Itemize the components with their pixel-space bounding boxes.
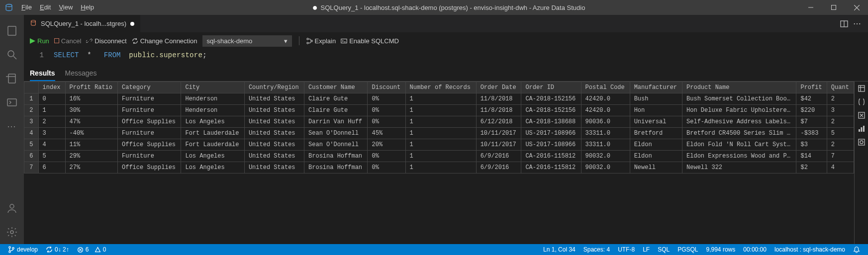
cell[interactable]: 11/8/2018 — [476, 93, 521, 105]
cell[interactable]: Bush Somerset Collection Bookcase — [682, 93, 796, 105]
cell[interactable]: Universal — [630, 116, 682, 128]
cell[interactable]: United States — [244, 162, 304, 173]
col-header[interactable]: Profit — [796, 82, 827, 93]
col-header[interactable]: City — [181, 82, 244, 93]
cell[interactable]: United States — [244, 151, 304, 162]
col-header[interactable]: Manufacturer — [630, 82, 682, 93]
cell[interactable]: Self-Adhesive Address Labels for T… — [682, 116, 796, 128]
cell[interactable]: 29% — [65, 151, 117, 162]
cell[interactable]: -40% — [65, 128, 117, 139]
menu-edit[interactable]: Edit — [36, 0, 55, 15]
sb-encoding[interactable]: UTF-8 — [614, 246, 639, 253]
results-grid-scroll[interactable]: indexProfit RatioCategoryCityCountry/Reg… — [24, 82, 854, 244]
cell[interactable]: Furniture — [118, 93, 181, 105]
chart-icon[interactable] — [858, 125, 866, 134]
sb-notifications[interactable] — [849, 246, 864, 253]
cell[interactable]: 1 — [405, 139, 476, 151]
cell[interactable]: Fort Lauderdale — [181, 139, 244, 151]
cell[interactable]: Hon — [630, 105, 682, 116]
disconnect-button[interactable]: Disconnect — [86, 37, 126, 45]
cell[interactable]: $42 — [796, 93, 827, 105]
sb-branch[interactable]: develop — [4, 246, 42, 253]
table-row[interactable]: 5411%Office SuppliesFort LauderdaleUnite… — [24, 139, 854, 151]
cell[interactable]: 33311.0 — [581, 139, 630, 151]
cell[interactable]: 2 — [827, 139, 854, 151]
cell[interactable]: 0% — [368, 116, 405, 128]
cell[interactable]: Furniture — [118, 151, 181, 162]
cell[interactable]: US-2017-108966 — [521, 139, 581, 151]
sb-server-type[interactable]: PGSQL — [674, 246, 702, 253]
cell[interactable]: 1 — [405, 128, 476, 139]
sb-spaces[interactable]: Spaces: 4 — [579, 246, 614, 253]
more-actions-button[interactable]: ⋯ — [853, 19, 862, 28]
menu-help[interactable]: Help — [77, 0, 98, 15]
cell[interactable]: Bush — [630, 93, 682, 105]
cell[interactable]: 3 — [827, 105, 854, 116]
cell[interactable]: 6/12/2018 — [476, 116, 521, 128]
cell[interactable]: Newell 322 — [682, 162, 796, 173]
cell[interactable]: 0 — [38, 93, 65, 105]
visualizer-icon[interactable] — [858, 138, 866, 148]
col-header[interactable]: Quant — [827, 82, 854, 93]
col-header[interactable]: Category — [118, 82, 181, 93]
col-header[interactable]: Number of Records — [405, 82, 476, 93]
cell[interactable]: $220 — [796, 105, 827, 116]
explain-button[interactable]: Explain — [306, 37, 336, 45]
table-row[interactable]: 2130%FurnitureHendersonUnited StatesClai… — [24, 105, 854, 116]
cell[interactable]: United States — [244, 139, 304, 151]
cell[interactable]: 1 — [405, 93, 476, 105]
cell[interactable]: Eldon Expressions Wood and Plastic… — [682, 151, 796, 162]
cell[interactable]: Bretford — [630, 128, 682, 139]
cell[interactable]: Los Angeles — [181, 151, 244, 162]
cell[interactable]: 4 — [827, 162, 854, 173]
cell[interactable]: 90032.0 — [581, 151, 630, 162]
activity-search[interactable] — [0, 43, 24, 67]
cell[interactable]: United States — [244, 116, 304, 128]
close-button[interactable] — [845, 0, 868, 15]
cell[interactable]: Furniture — [118, 128, 181, 139]
cell[interactable]: United States — [244, 93, 304, 105]
sql-editor[interactable]: 1 SELECT * FROM public.superstore; — [24, 49, 868, 66]
sb-sync[interactable]: 0↓ 2↑ — [42, 246, 73, 253]
cell[interactable]: 4 — [38, 139, 65, 151]
cell[interactable]: 42420.0 — [581, 93, 630, 105]
cell[interactable]: Sean O'Donnell — [304, 128, 368, 139]
cell[interactable]: Los Angeles — [181, 116, 244, 128]
cell[interactable]: Office Supplies — [118, 139, 181, 151]
cell[interactable]: 90036.0 — [581, 116, 630, 128]
cell[interactable]: 33311.0 — [581, 128, 630, 139]
export-json-icon[interactable] — [858, 98, 866, 107]
col-header[interactable]: Postal Code — [581, 82, 630, 93]
activity-notebooks[interactable] — [0, 67, 24, 90]
cell[interactable]: Claire Gute — [304, 105, 368, 116]
activity-servers[interactable] — [0, 19, 24, 43]
cell[interactable]: Fort Lauderdale — [181, 128, 244, 139]
cell[interactable]: Henderson — [181, 93, 244, 105]
cell[interactable]: CA-2016-115812 — [521, 162, 581, 173]
activity-more[interactable]: ⋯ — [0, 114, 24, 138]
activity-account[interactable] — [0, 196, 24, 220]
cell[interactable]: $2 — [796, 162, 827, 173]
minimize-button[interactable] — [799, 0, 822, 15]
cell[interactable]: 47% — [65, 116, 117, 128]
cell[interactable]: 11/8/2018 — [476, 105, 521, 116]
cell[interactable]: 27% — [65, 162, 117, 173]
export-csv-icon[interactable] — [858, 85, 866, 94]
cell[interactable]: $14 — [796, 151, 827, 162]
cell[interactable]: Brosina Hoffman — [304, 162, 368, 173]
export-excel-icon[interactable] — [858, 111, 866, 121]
editor-tab[interactable]: SQLQuery_1 - localh...stgres) — [24, 15, 141, 32]
cell[interactable]: 30% — [65, 105, 117, 116]
cell[interactable]: Sean O'Donnell — [304, 139, 368, 151]
cell[interactable]: Darrin Van Huff — [304, 116, 368, 128]
menu-file[interactable]: File — [17, 0, 36, 15]
col-header[interactable]: Customer Name — [304, 82, 368, 93]
cell[interactable]: 6/9/2016 — [476, 151, 521, 162]
cell[interactable]: 3 — [38, 128, 65, 139]
cell[interactable]: Hon Deluxe Fabric Upholstered Stac… — [682, 105, 796, 116]
sb-lang[interactable]: SQL — [654, 246, 674, 253]
cell[interactable]: $3 — [796, 139, 827, 151]
cell[interactable]: Brosina Hoffman — [304, 151, 368, 162]
cell[interactable]: CA-2018-152156 — [521, 93, 581, 105]
cell[interactable]: 10/11/2017 — [476, 139, 521, 151]
